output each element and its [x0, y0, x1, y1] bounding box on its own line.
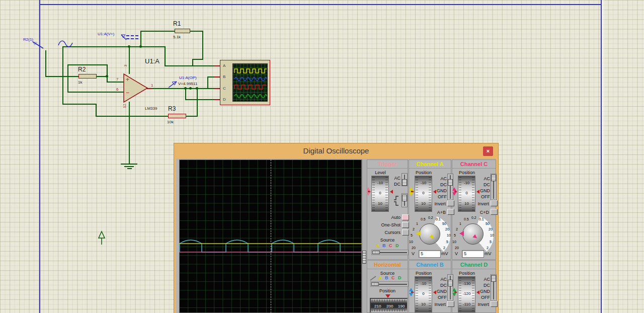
channel-a-invert-button[interactable] — [447, 200, 454, 206]
scope-pin-stub-b — [214, 76, 220, 77]
trigger-source-slider[interactable] — [371, 250, 409, 255]
horizontal-source-a[interactable]: A — [378, 275, 382, 280]
cursors-button[interactable] — [402, 229, 409, 236]
switch-knob[interactable] — [448, 179, 453, 186]
horizontal-header: Horizontal — [367, 261, 408, 269]
sine-source-icon[interactable] — [57, 39, 73, 48]
dial-label: 0.1 — [479, 217, 484, 221]
wire — [190, 31, 203, 32]
resistor-r1[interactable] — [175, 29, 190, 33]
trigger-edge-switch[interactable] — [401, 193, 408, 207]
switch-knob[interactable] — [402, 179, 407, 186]
gauge-tick-label: -10 — [458, 181, 475, 185]
channel-c-invert-button[interactable] — [491, 200, 498, 206]
channel-c-sum-button[interactable] — [491, 209, 498, 215]
horizontal-dial-value: 210 — [374, 304, 381, 308]
dial-label: 0.2 — [428, 216, 433, 219]
channel-c-value-input[interactable]: 5 — [462, 250, 484, 258]
resistor-r2[interactable] — [78, 74, 97, 79]
scope-scrollbar-handle[interactable] — [362, 251, 366, 264]
horizontal-source-c[interactable]: C — [391, 275, 395, 280]
opamp-pin-7: 7 — [116, 77, 118, 82]
channel-a-sum-button[interactable] — [447, 209, 454, 215]
trigger-arrow-up-icon — [366, 187, 370, 191]
dial-label: 0.5 — [421, 217, 426, 221]
probe-arrow-icon[interactable] — [167, 80, 179, 89]
trigger-level-gauge[interactable]: -10 0 10 — [371, 176, 389, 212]
trigger-level-label: Level — [369, 170, 392, 175]
probe-arrow-icon[interactable] — [120, 33, 128, 41]
opamp-pin-6: 6 — [116, 87, 118, 92]
channel-c-coupling-switch[interactable] — [491, 174, 497, 200]
probe-arrow-icon[interactable] — [31, 40, 46, 51]
window-titlebar[interactable]: Digital Oscilloscope — [174, 143, 498, 159]
horizontal-source-slider[interactable] — [370, 281, 409, 287]
proteus-schematic-canvas: R1 5.1k R2 1k R3 10k + − U1:A LM339 3 12… — [0, 0, 644, 313]
wire — [129, 102, 130, 164]
slider-knob[interactable] — [372, 251, 380, 254]
wire — [192, 59, 203, 60]
switch-knob[interactable] — [402, 195, 407, 201]
channel-d-position-gauge[interactable]: -130 -120 -110 — [458, 276, 475, 312]
channel-d-header: Channel D — [452, 261, 496, 269]
opamp-pin-1: 1 — [151, 83, 153, 88]
one-shot-label: One-Shot — [375, 222, 400, 227]
horizontal-source-b[interactable]: B — [385, 275, 388, 280]
vplus-probe-dashes — [126, 38, 140, 39]
horizontal-dial-pointer — [385, 294, 390, 298]
channel-b-invert-button[interactable] — [447, 301, 454, 307]
page-border-highlight — [602, 0, 604, 313]
gauge-tick-label: -10 — [372, 181, 388, 185]
slider-knob[interactable] — [371, 282, 379, 286]
wire — [62, 46, 165, 47]
scope-center-cursor[interactable] — [271, 160, 271, 313]
channel-a-value-input[interactable]: 5 — [419, 250, 441, 258]
dial-label: 50 — [442, 222, 446, 225]
horizontal-position-dial[interactable]: 210 200 190 — [370, 298, 408, 313]
channel-b-off-label: OFF — [435, 295, 447, 300]
channel-b-dc-label: DC — [435, 283, 447, 288]
trigger-source-a[interactable]: A — [376, 243, 379, 248]
dial-label: 5 — [454, 233, 456, 237]
vplus-probe-dashes — [126, 35, 140, 36]
switch-knob[interactable] — [491, 175, 496, 181]
channel-c-volts-label: V — [455, 251, 458, 256]
channel-c-mv-label: mV — [485, 251, 492, 256]
auto-button[interactable] — [402, 214, 409, 220]
gauge-tick-label: -120 — [458, 291, 475, 296]
trigger-source-b[interactable]: B — [382, 243, 386, 248]
trigger-source-c[interactable]: C — [389, 243, 392, 248]
channel-a-gain-knob[interactable] — [419, 223, 440, 245]
gauge-tick-label: 0 — [372, 191, 388, 195]
channel-b-position-gauge[interactable]: -10 0 10 — [415, 276, 432, 312]
channel-d-ac-label: AC — [478, 277, 490, 282]
trigger-coupling-switch[interactable] — [401, 173, 408, 186]
wire — [96, 116, 169, 117]
channel-a-off-label: OFF — [435, 194, 447, 199]
channel-a-ac-label: AC — [435, 176, 447, 181]
resistor-r3[interactable] — [168, 114, 186, 118]
switch-knob[interactable] — [491, 275, 496, 282]
page-border-top — [39, 4, 602, 5]
channel-d-coupling-switch[interactable] — [491, 274, 497, 301]
trigger-source-d[interactable]: D — [395, 243, 399, 248]
falling-edge-icon — [393, 201, 399, 206]
channel-a-position-gauge[interactable]: -10 0 10 — [415, 176, 432, 212]
switch-knob[interactable] — [448, 280, 453, 286]
channel-c-gain-knob[interactable] — [462, 223, 484, 245]
channel-d-invert-button[interactable] — [491, 301, 498, 307]
dial-label: 2 — [456, 227, 458, 231]
scope-pin-c: C — [223, 86, 226, 91]
horizontal-source-d[interactable]: D — [398, 275, 401, 280]
probe-output-voltage: V=4.99511 — [178, 82, 197, 86]
one-shot-button[interactable] — [402, 222, 409, 228]
channel-c-gnd-label: GND — [478, 188, 490, 193]
dial-label: 10 — [409, 240, 413, 244]
opamp-part-number: LM339 — [145, 106, 157, 111]
dial-label: 2 — [413, 227, 415, 231]
channel-c-position-gauge[interactable]: -10 0 10 — [458, 176, 475, 212]
wire — [107, 64, 108, 83]
scope-scrollbar[interactable] — [362, 160, 367, 313]
wire — [165, 46, 166, 66]
close-button[interactable]: × — [483, 146, 493, 156]
